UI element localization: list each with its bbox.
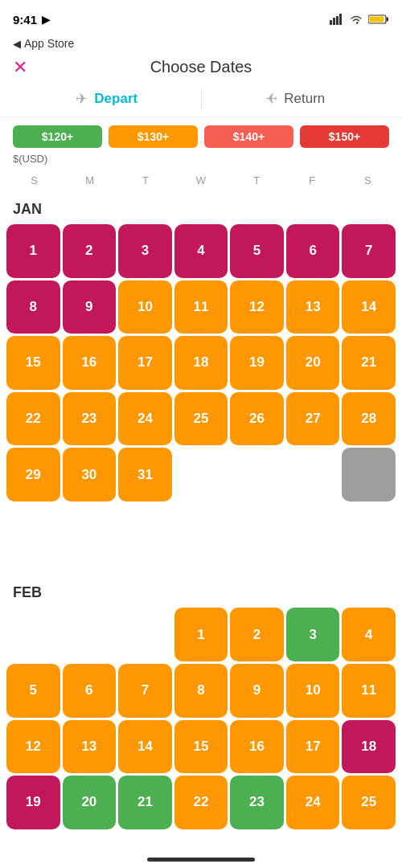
day-cell[interactable]: 5: [6, 664, 60, 718]
day-cell[interactable]: 14: [118, 720, 172, 774]
day-cell[interactable]: 3: [118, 224, 172, 278]
day-cell[interactable]: 11: [174, 280, 228, 334]
signal-icon: [330, 14, 344, 25]
depart-label: Depart: [94, 91, 137, 107]
month-label: JAN: [6, 190, 396, 224]
day-cell[interactable]: 2: [63, 224, 117, 278]
svg-rect-2: [336, 16, 338, 25]
day-cell[interactable]: 2: [230, 608, 284, 661]
day-cell[interactable]: 20: [286, 336, 340, 390]
day-cell[interactable]: 1: [6, 224, 60, 278]
svg-rect-1: [333, 18, 335, 25]
day-cell[interactable]: 17: [286, 720, 340, 774]
day-cell[interactable]: 6: [63, 664, 117, 718]
day-header: F: [285, 174, 340, 186]
day-cell[interactable]: 9: [63, 280, 117, 334]
price-badge-$150+: $150+: [300, 125, 389, 148]
day-cell[interactable]: 25: [174, 392, 228, 446]
day-cell[interactable]: 8: [174, 664, 228, 718]
day-cell[interactable]: 22: [174, 776, 228, 829]
day-cell[interactable]: 12: [230, 280, 284, 334]
day-cell[interactable]: 19: [230, 336, 284, 390]
back-arrow-icon: ◀: [13, 38, 21, 50]
day-cell[interactable]: 23: [63, 392, 117, 446]
day-cell: [6, 504, 60, 558]
day-cell[interactable]: 18: [174, 336, 228, 390]
day-cell[interactable]: 27: [286, 392, 340, 446]
day-cell[interactable]: 4: [342, 608, 396, 661]
day-cell-empty: [63, 608, 117, 661]
day-cell[interactable]: 29: [6, 448, 60, 502]
day-header: T: [229, 174, 285, 186]
day-cell[interactable]: 5: [230, 224, 284, 278]
day-cell[interactable]: 10: [118, 280, 172, 334]
status-icons: [330, 14, 389, 25]
day-cell[interactable]: 4: [174, 224, 228, 278]
day-cell[interactable]: 22: [6, 392, 60, 446]
day-cell[interactable]: 11: [342, 664, 396, 718]
price-badge-$120+: $120+: [13, 125, 102, 148]
day-header: S: [340, 174, 396, 186]
day-cell[interactable]: 24: [118, 392, 172, 446]
day-cell[interactable]: 8: [6, 280, 60, 334]
calendar-container: JAN1234567891011121314151617181920212223…: [0, 190, 402, 845]
day-header: M: [62, 174, 117, 186]
day-cell[interactable]: 16: [230, 720, 284, 774]
day-cell[interactable]: 19: [6, 776, 60, 829]
day-cell[interactable]: 20: [63, 776, 117, 829]
day-cell[interactable]: 23: [230, 776, 284, 829]
day-cell[interactable]: 21: [342, 336, 396, 390]
day-cell[interactable]: 12: [6, 720, 60, 774]
day-cell[interactable]: 9: [230, 664, 284, 718]
depart-return-tabs: ✈ Depart ✈ Return: [0, 84, 402, 117]
day-cell[interactable]: 28: [342, 392, 396, 446]
home-indicator: [147, 858, 255, 862]
day-header: S: [6, 174, 62, 186]
day-cell[interactable]: 31: [118, 448, 172, 502]
status-bar: 9:41 ▶: [0, 0, 402, 35]
svg-rect-0: [330, 20, 332, 25]
price-legend: $120+$130+$140+$150+: [0, 117, 402, 151]
day-cell[interactable]: 15: [174, 720, 228, 774]
month-label: FEB: [6, 573, 396, 608]
battery-icon: [368, 14, 389, 25]
day-cell[interactable]: 14: [342, 280, 396, 334]
day-cell[interactable]: 17: [118, 336, 172, 390]
day-header: T: [117, 174, 173, 186]
day-cell[interactable]: 25: [342, 776, 396, 829]
day-cell[interactable]: 13: [286, 280, 340, 334]
day-header: W: [173, 174, 228, 186]
close-button[interactable]: ✕: [13, 59, 27, 76]
depart-tab[interactable]: ✈ Depart: [13, 90, 201, 108]
day-headers: SMTWTFS: [0, 170, 402, 190]
status-time: 9:41: [13, 13, 37, 27]
day-cell[interactable]: 21: [118, 776, 172, 829]
day-cell[interactable]: [342, 448, 396, 502]
depart-icon: ✈: [76, 90, 88, 108]
svg-rect-5: [387, 18, 389, 22]
page-title: Choose Dates: [150, 58, 252, 76]
back-nav[interactable]: ◀ App Store: [0, 35, 402, 53]
day-cell: [174, 448, 228, 502]
day-cell[interactable]: 1: [174, 608, 228, 661]
return-tab[interactable]: ✈ Return: [202, 90, 390, 108]
day-cell[interactable]: 24: [286, 776, 340, 829]
day-cell-empty: [6, 608, 60, 661]
day-cell[interactable]: 7: [342, 224, 396, 278]
day-cell[interactable]: 6: [286, 224, 340, 278]
wifi-icon: [349, 14, 363, 25]
calendar-grid: 1234567891011121314151617181920212223242…: [6, 224, 396, 557]
day-cell-empty: [118, 608, 172, 661]
price-badge-$140+: $140+: [204, 125, 293, 148]
day-cell[interactable]: 15: [6, 336, 60, 390]
day-cell[interactable]: 13: [63, 720, 117, 774]
page-header: ✕ Choose Dates: [0, 53, 402, 84]
day-cell[interactable]: 3: [286, 608, 340, 661]
day-cell[interactable]: 7: [118, 664, 172, 718]
day-cell[interactable]: 30: [63, 448, 117, 502]
day-cell[interactable]: 26: [230, 392, 284, 446]
day-cell[interactable]: 18: [342, 720, 396, 774]
return-label: Return: [284, 91, 325, 107]
day-cell[interactable]: 16: [63, 336, 117, 390]
day-cell[interactable]: 10: [286, 664, 340, 718]
